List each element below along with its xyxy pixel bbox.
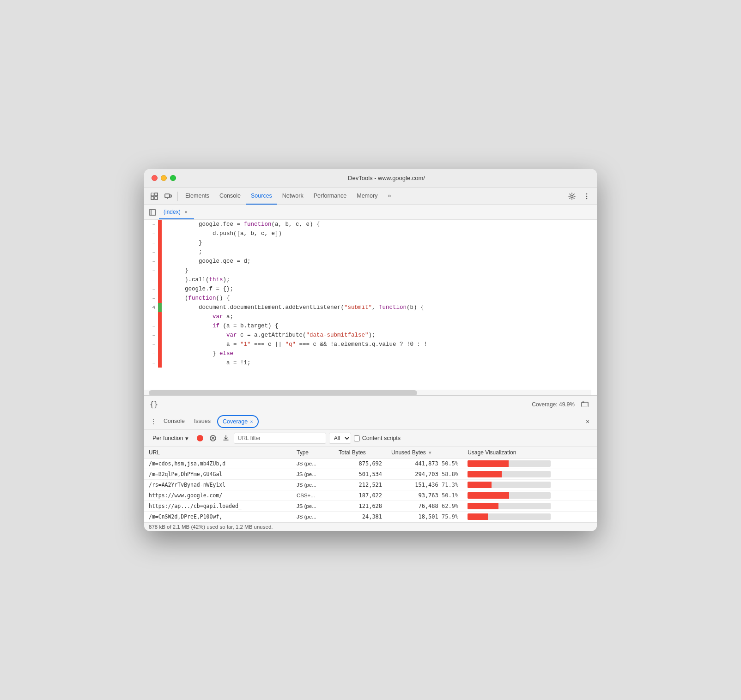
- bottom-tab-issues[interactable]: Issues: [189, 413, 215, 429]
- minimize-button[interactable]: [161, 175, 167, 181]
- code-line: 4 document.documentElement.addEventListe…: [144, 303, 597, 312]
- td-unused-bytes: 294,703 58.8%: [387, 469, 463, 480]
- status-bar: 878 kB of 2.1 MB (42%) used so far, 1.2 …: [144, 522, 597, 531]
- file-tab-close-button[interactable]: ×: [183, 209, 189, 215]
- tab-console[interactable]: Console: [215, 187, 245, 205]
- file-tab-index[interactable]: (index) ×: [159, 205, 194, 219]
- line-number: –: [144, 349, 158, 358]
- table-row[interactable]: https://ap.../cb=gapi.loaded_ JS (pe... …: [144, 501, 597, 512]
- td-usage-viz: [463, 512, 597, 522]
- code-line: – (function() {: [144, 294, 597, 303]
- inspect-icon[interactable]: [148, 190, 161, 203]
- bottom-tab-console[interactable]: Console: [159, 413, 189, 429]
- format-icon[interactable]: {}: [150, 400, 158, 409]
- coverage-bar2: [162, 358, 165, 368]
- maximize-button[interactable]: [170, 175, 176, 181]
- bottom-tab-menu[interactable]: ⋮: [148, 416, 159, 427]
- coverage-bar: [158, 238, 162, 247]
- svg-rect-2: [151, 197, 154, 199]
- code-line: – ;: [144, 247, 597, 257]
- td-usage-viz: [463, 501, 597, 512]
- th-type[interactable]: Type: [292, 447, 334, 459]
- line-content: a = !1;: [165, 358, 597, 368]
- tab-performance[interactable]: Performance: [309, 187, 352, 205]
- tab-sources[interactable]: Sources: [246, 187, 277, 205]
- close-panel-button[interactable]: ×: [582, 416, 593, 427]
- all-select[interactable]: All: [329, 433, 351, 444]
- th-total-bytes-label: Total Bytes: [339, 449, 366, 456]
- code-line: – a = !1;: [144, 358, 597, 368]
- tab-more[interactable]: »: [383, 187, 395, 205]
- tab-memory[interactable]: Memory: [352, 187, 382, 205]
- line-number: 4: [144, 303, 158, 312]
- more-icon[interactable]: [580, 190, 593, 203]
- coverage-bar: [158, 349, 162, 358]
- th-unused-bytes[interactable]: Unused Bytes ▼: [387, 447, 463, 459]
- coverage-bar: [158, 303, 162, 312]
- line-content: var a;: [165, 312, 597, 321]
- table-row[interactable]: /m=CnSW2d,DPreE,P10Owf, JS (pe... 24,381…: [144, 512, 597, 522]
- coverage-bar2: [162, 238, 165, 247]
- per-function-button[interactable]: Per function ▾: [149, 434, 192, 443]
- td-unused-bytes: 93,763 50.1%: [387, 490, 463, 501]
- td-unused-bytes: 18,501 75.9%: [387, 512, 463, 522]
- horizontal-scrollbar[interactable]: [144, 390, 591, 395]
- bottom-panel: {} Coverage: 49.9% ⋮ Console Issues Cove…: [144, 395, 597, 531]
- tab-elements[interactable]: Elements: [181, 187, 214, 205]
- content-scripts-checkbox[interactable]: [354, 435, 360, 441]
- screenshot-icon[interactable]: [578, 398, 591, 411]
- used-portion: [468, 482, 492, 488]
- coverage-bar: [158, 321, 162, 331]
- clear-button[interactable]: [208, 433, 218, 443]
- coverage-bar: [158, 247, 162, 257]
- code-line: – google.fce = function(a, b, c, e) {: [144, 220, 597, 229]
- line-number: –: [144, 220, 158, 229]
- line-number: –: [144, 294, 158, 303]
- used-portion: [468, 503, 498, 509]
- tab-network[interactable]: Network: [278, 187, 308, 205]
- th-total-bytes[interactable]: Total Bytes: [334, 447, 387, 459]
- td-url: /m=cdos,hsm,jsa,mb4ZUb,d: [144, 459, 292, 469]
- export-button[interactable]: [221, 433, 231, 443]
- table-row[interactable]: /m=B2qlPe,DhPYme,GU4Gal JS (pe... 501,53…: [144, 469, 597, 480]
- line-content: ;: [165, 247, 597, 257]
- td-total-bytes: 24,381: [334, 512, 387, 522]
- line-content: google.f = {};: [165, 284, 597, 294]
- device-icon[interactable]: [162, 190, 175, 203]
- usage-bar: [468, 482, 551, 488]
- table-header-row: URL Type Total Bytes Unused Bytes ▼: [144, 447, 597, 459]
- td-type: CSS+...: [292, 490, 334, 501]
- scrollbar-thumb[interactable]: [149, 390, 417, 395]
- coverage-bar: [158, 331, 162, 340]
- td-unused-bytes: 76,488 62.9%: [387, 501, 463, 512]
- table-row[interactable]: /rs=AA2YrTvBynad-nWEy1xl JS (pe... 212,5…: [144, 480, 597, 490]
- table-row[interactable]: /m=cdos,hsm,jsa,mb4ZUb,d JS (pe... 875,6…: [144, 459, 597, 469]
- content-scripts-label[interactable]: Content scripts: [354, 435, 401, 441]
- coverage-table-wrapper[interactable]: URL Type Total Bytes Unused Bytes ▼: [144, 447, 597, 522]
- line-content: if (a = b.target) {: [165, 321, 597, 331]
- table-row[interactable]: https://www.google.com/ CSS+... 187,022 …: [144, 490, 597, 501]
- sidebar-toggle-button[interactable]: [146, 206, 159, 219]
- close-button[interactable]: [152, 175, 158, 181]
- td-url: /m=CnSW2d,DPreE,P10Owf,: [144, 512, 292, 522]
- coverage-bar2: [162, 247, 165, 257]
- content-scripts-text: Content scripts: [362, 435, 401, 441]
- url-filter-input[interactable]: [234, 433, 326, 444]
- svg-point-7: [571, 195, 573, 197]
- th-url[interactable]: URL: [144, 447, 292, 459]
- coverage-tab-close[interactable]: ×: [250, 419, 253, 424]
- coverage-header-left: {}: [150, 400, 158, 409]
- line-number: –: [144, 312, 158, 321]
- bottom-tab-coverage[interactable]: Coverage ×: [217, 415, 259, 428]
- code-line: – a = "1" === c || "q" === c && !a.eleme…: [144, 340, 597, 349]
- settings-icon[interactable]: [565, 190, 578, 203]
- line-content: document.documentElement.addEventListene…: [165, 303, 597, 312]
- used-portion: [468, 513, 487, 520]
- code-editor[interactable]: – google.fce = function(a, b, c, e) { – …: [144, 220, 597, 395]
- code-scroll[interactable]: – google.fce = function(a, b, c, e) { – …: [144, 220, 597, 395]
- record-button[interactable]: [195, 433, 205, 443]
- usage-bar: [468, 513, 551, 520]
- td-unused-bytes: 441,873 50.5%: [387, 459, 463, 469]
- th-usage-viz[interactable]: Usage Visualization: [463, 447, 597, 459]
- coverage-toolbar: Per function ▾ All: [144, 430, 597, 447]
